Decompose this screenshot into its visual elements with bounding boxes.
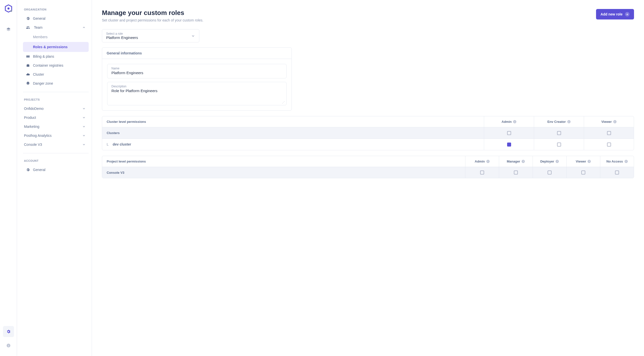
sidebar-project-item[interactable]: Posthog Analytics bbox=[23, 131, 89, 140]
role-select-value: Platform Engineers bbox=[106, 35, 138, 40]
sidebar-item-team[interactable]: Team bbox=[23, 23, 89, 32]
name-input[interactable] bbox=[112, 71, 282, 75]
chevron-down-icon bbox=[82, 143, 86, 146]
sidebar-project-item[interactable]: Product bbox=[23, 113, 89, 122]
general-info-card: General informations Name Description ⋰ bbox=[102, 47, 292, 111]
svg-text:i: i bbox=[8, 344, 9, 347]
checkbox[interactable] bbox=[548, 171, 552, 175]
plus-icon: + bbox=[625, 12, 630, 16]
checkbox[interactable] bbox=[581, 171, 585, 175]
checkbox-cell bbox=[584, 139, 634, 150]
resize-handle-icon: ⋰ bbox=[282, 101, 285, 104]
main-content: Manage your custom roles Set cluster and… bbox=[92, 0, 644, 356]
rail-layers-button[interactable] bbox=[3, 24, 14, 35]
sidebar-heading-organization: ORGANIZATION bbox=[24, 8, 89, 11]
card-icon bbox=[26, 54, 30, 58]
briefcase-icon bbox=[26, 63, 30, 67]
sidebar-item-label: General bbox=[33, 168, 46, 172]
sidebar-sub-label: Members bbox=[33, 35, 48, 39]
checkbox[interactable] bbox=[507, 131, 511, 135]
sidebar-project-label: Posthog Analytics bbox=[24, 134, 52, 138]
sidebar-project-item[interactable]: OnfidoDemo bbox=[23, 104, 89, 113]
project-table-title: Project level permissions bbox=[102, 156, 465, 167]
sidebar-item-label: Cluster bbox=[33, 72, 44, 76]
svg-point-1 bbox=[7, 7, 10, 10]
add-new-role-label: Add new role bbox=[600, 12, 622, 16]
info-icon[interactable]: i bbox=[588, 160, 591, 163]
col-header-deployer: Deployeri bbox=[532, 156, 566, 167]
chevron-down-icon bbox=[191, 34, 195, 38]
app-logo[interactable] bbox=[4, 4, 13, 13]
sidebar-item-general[interactable]: General bbox=[23, 14, 89, 23]
project-permissions-table: Project level permissions Admini Manager… bbox=[102, 156, 634, 178]
sidebar: ORGANIZATION General Team Members Roles … bbox=[17, 0, 92, 356]
role-select[interactable]: Select a role Platform Engineers bbox=[102, 29, 199, 42]
checkbox[interactable] bbox=[607, 131, 611, 135]
sidebar-sub-label: Roles & permissions bbox=[33, 45, 68, 49]
col-header-manager: Manageri bbox=[499, 156, 532, 167]
info-icon[interactable]: i bbox=[613, 120, 616, 123]
role-select-label: Select a role bbox=[106, 32, 138, 35]
checkbox[interactable] bbox=[507, 143, 511, 147]
sidebar-project-label: Product bbox=[24, 116, 36, 120]
sidebar-divider bbox=[23, 92, 89, 92]
sidebar-project-label: Marketing bbox=[24, 125, 39, 129]
sidebar-project-label: OnfidoDemo bbox=[24, 107, 44, 111]
info-icon[interactable]: i bbox=[513, 120, 516, 123]
sidebar-divider bbox=[23, 153, 89, 153]
description-field-label: Description bbox=[112, 85, 282, 88]
checkbox[interactable] bbox=[607, 143, 611, 147]
info-icon[interactable]: i bbox=[556, 160, 559, 163]
sidebar-heading-projects: PROJECTS bbox=[24, 98, 89, 101]
sidebar-item-label: Biling & plans bbox=[33, 54, 54, 58]
rail-info-button[interactable]: i bbox=[3, 340, 14, 351]
project-group-label: Console V3 bbox=[102, 167, 465, 178]
table-row: Ldev cluster bbox=[102, 139, 634, 150]
sidebar-item-label: General bbox=[33, 16, 46, 20]
sidebar-sub-roles[interactable]: Roles & permissions bbox=[23, 42, 89, 52]
tree-indent-icon: L bbox=[107, 142, 109, 146]
skull-icon bbox=[26, 81, 30, 85]
cluster-table-title: Cluster level permissions bbox=[102, 116, 484, 127]
sidebar-project-item[interactable]: Console V3 bbox=[23, 140, 89, 149]
info-icon[interactable]: i bbox=[486, 160, 490, 163]
sidebar-item-label: Danger zone bbox=[33, 81, 53, 85]
gear-icon bbox=[26, 168, 30, 172]
checkbox[interactable] bbox=[480, 171, 484, 175]
cluster-group-label: Clusters bbox=[102, 128, 484, 138]
checkbox-cell bbox=[484, 139, 534, 150]
col-header-no-access: No Accessi bbox=[600, 156, 634, 167]
info-icon[interactable]: i bbox=[522, 160, 525, 163]
chevron-up-icon bbox=[82, 26, 86, 29]
name-field-wrapper: Name bbox=[107, 64, 286, 78]
description-field-wrapper: Description ⋰ bbox=[107, 82, 286, 105]
sidebar-item-label: Team bbox=[34, 25, 42, 29]
sidebar-item-registries[interactable]: Container registries bbox=[23, 61, 89, 70]
cluster-permissions-table: Cluster level permissions Admini Env Cre… bbox=[102, 116, 634, 150]
sidebar-sub-members[interactable]: Members bbox=[23, 32, 89, 42]
checkbox[interactable] bbox=[557, 143, 561, 147]
description-textarea[interactable] bbox=[112, 89, 282, 101]
checkbox[interactable] bbox=[557, 131, 561, 135]
left-rail: i bbox=[0, 0, 17, 356]
info-icon[interactable]: i bbox=[567, 120, 570, 123]
add-new-role-button[interactable]: Add new role + bbox=[596, 9, 634, 19]
sidebar-item-danger[interactable]: Danger zone bbox=[23, 79, 89, 88]
sidebar-project-item[interactable]: Marketing bbox=[23, 122, 89, 131]
checkbox[interactable] bbox=[514, 171, 518, 175]
page-title: Manage your custom roles bbox=[102, 9, 203, 17]
sidebar-item-cluster[interactable]: Cluster bbox=[23, 70, 89, 79]
users-icon bbox=[26, 25, 30, 29]
chevron-down-icon bbox=[82, 116, 86, 119]
sidebar-project-label: Console V3 bbox=[24, 143, 42, 147]
checkbox[interactable] bbox=[615, 171, 619, 175]
sidebar-item-billing[interactable]: Biling & plans bbox=[23, 52, 89, 61]
rail-settings-button[interactable] bbox=[3, 326, 14, 337]
gear-icon bbox=[26, 16, 30, 20]
checkbox-cell bbox=[534, 139, 584, 150]
sidebar-item-account-general[interactable]: General bbox=[23, 165, 89, 174]
col-header-viewer: Vieweri bbox=[566, 156, 600, 167]
info-icon[interactable]: i bbox=[624, 160, 628, 163]
name-field-label: Name bbox=[112, 67, 282, 70]
col-header-admin: Admini bbox=[465, 156, 499, 167]
